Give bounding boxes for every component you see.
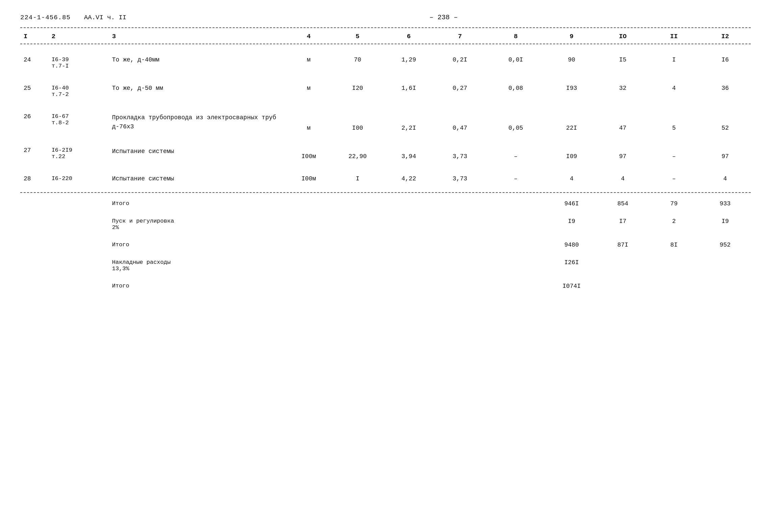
table-row: 28 I6-220 Испытание системы I00м I 4,22 … [20, 170, 751, 187]
row-unit: м [285, 51, 332, 75]
row-c8: – [486, 142, 546, 165]
row-c12: 97 [699, 142, 751, 165]
row-c10: 97 [597, 142, 648, 165]
summary-itogo3-c9: I074I [546, 277, 597, 295]
col-header-4: 4 [285, 30, 332, 43]
row-c9: I09 [546, 142, 597, 165]
table-row: 27 I6-2I9 т.22 Испытание системы I00м 22… [20, 142, 751, 165]
row-c10: I5 [597, 51, 648, 75]
row-unit: I00м [285, 170, 332, 187]
summary-nakladnye-c9: I26I [546, 254, 597, 277]
row-c11: 5 [648, 108, 700, 137]
row-num: 27 [20, 142, 48, 165]
row-c7: 3,73 [434, 142, 486, 165]
table-row: 24 I6-39 т.7-I То же, д-40мм м 70 1,29 0… [20, 51, 751, 75]
row-code: I6-2I9 т.22 [48, 142, 109, 165]
row-c11: 4 [648, 79, 700, 103]
row-c10: 32 [597, 79, 648, 103]
row-c9: I93 [546, 79, 597, 103]
main-table: I 2 3 4 5 6 7 8 9 IO II I2 24 I6-39 т.7-… [20, 30, 751, 295]
summary-itogo1-label: Итого [109, 195, 286, 212]
summary-itogo3-row: Итого I074I [20, 277, 751, 295]
row-c9: 22I [546, 108, 597, 137]
row-desc: То же, д-50 мм [109, 79, 286, 103]
row-desc: Испытание системы [109, 142, 286, 165]
row-c8: 0,05 [486, 108, 546, 137]
row-c7: 0,47 [434, 108, 486, 137]
row-c7: 3,73 [434, 170, 486, 187]
summary-nakladnye-row: Накладные расходы 13,3% I26I [20, 254, 751, 277]
col-header-8: 8 [486, 30, 546, 43]
summary-itogo2-label: Итого [109, 236, 286, 254]
row-c6: 1,29 [383, 51, 435, 75]
table-row: 25 I6-40 т.7-2 То же, д-50 мм м I20 1,6I… [20, 79, 751, 103]
row-c5: I [332, 170, 383, 187]
summary-pusk-c12: I9 [699, 212, 751, 236]
row-num: 25 [20, 79, 48, 103]
row-c8: – [486, 170, 546, 187]
row-c7: 0,27 [434, 79, 486, 103]
summary-itogo2-c12: 952 [699, 236, 751, 254]
row-c5: 22,90 [332, 142, 383, 165]
row-c10: 4 [597, 170, 648, 187]
summary-itogo3-label: Итого [109, 277, 286, 295]
row-c12: 52 [699, 108, 751, 137]
row-c12: I6 [699, 51, 751, 75]
page-number: – 238 – [136, 14, 751, 21]
summary-itogo2-row: Итого 9480 87I 8I 952 [20, 236, 751, 254]
summary-itogo1-c12: 933 [699, 195, 751, 212]
row-c12: 36 [699, 79, 751, 103]
row-c12: 4 [699, 170, 751, 187]
col-header-3: 3 [109, 30, 286, 43]
row-num: 24 [20, 51, 48, 75]
row-c8: 0,08 [486, 79, 546, 103]
table-row: 26 I6-67 т.8-2 Прокладка трубопровода из… [20, 108, 751, 137]
row-code: I6-220 [48, 170, 109, 187]
summary-nakladnye-label: Накладные расходы 13,3% [109, 254, 286, 277]
summary-itogo1-c11: 79 [648, 195, 700, 212]
row-c6: 2,2I [383, 108, 435, 137]
col-header-5: 5 [332, 30, 383, 43]
row-c7: 0,2I [434, 51, 486, 75]
separator-row-2 [20, 187, 751, 195]
col-header-1: I [20, 30, 48, 43]
row-c8: 0,0I [486, 51, 546, 75]
row-c6: 4,22 [383, 170, 435, 187]
row-desc: Испытание системы [109, 170, 286, 187]
row-num: 28 [20, 170, 48, 187]
row-code: I6-40 т.7-2 [48, 79, 109, 103]
summary-pusk-c9: I9 [546, 212, 597, 236]
row-c11: I [648, 51, 700, 75]
col-header-10: IO [597, 30, 648, 43]
row-c9: 4 [546, 170, 597, 187]
col-header-12: I2 [699, 30, 751, 43]
row-c6: 3,94 [383, 142, 435, 165]
row-desc: Прокладка трубопровода из электросварных… [109, 108, 286, 137]
column-header-row: I 2 3 4 5 6 7 8 9 IO II I2 [20, 30, 751, 43]
summary-itogo1-c10: 854 [597, 195, 648, 212]
summary-pusk-label: Пуск и регулировка 2% [109, 212, 286, 236]
row-c9: 90 [546, 51, 597, 75]
row-c11: – [648, 170, 700, 187]
row-c5: 70 [332, 51, 383, 75]
summary-pusk-row: Пуск и регулировка 2% I9 I7 2 I9 [20, 212, 751, 236]
row-c6: 1,6I [383, 79, 435, 103]
summary-itogo1-row: Итого 946I 854 79 933 [20, 195, 751, 212]
col-header-9: 9 [546, 30, 597, 43]
row-unit: м [285, 79, 332, 103]
row-c11: – [648, 142, 700, 165]
summary-pusk-c11: 2 [648, 212, 700, 236]
doc-suffix: АА.VI ч. II [84, 14, 126, 21]
row-desc: То же, д-40мм [109, 51, 286, 75]
summary-itogo1-c9: 946I [546, 195, 597, 212]
summary-pusk-c10: I7 [597, 212, 648, 236]
row-unit: I00м [285, 142, 332, 165]
row-c10: 47 [597, 108, 648, 137]
summary-itogo2-c10: 87I [597, 236, 648, 254]
row-c5: I20 [332, 79, 383, 103]
col-header-2: 2 [48, 30, 109, 43]
col-header-11: II [648, 30, 700, 43]
row-num: 26 [20, 108, 48, 137]
row-c5: I00 [332, 108, 383, 137]
row-code: I6-39 т.7-I [48, 51, 109, 75]
